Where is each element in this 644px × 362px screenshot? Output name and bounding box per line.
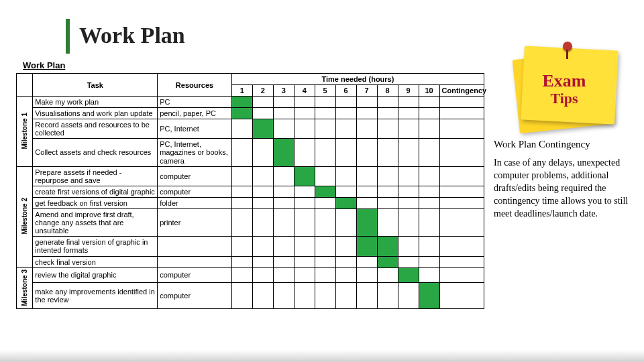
hour-cell	[231, 108, 252, 119]
hour-cell	[377, 267, 398, 283]
hour-cell	[252, 108, 273, 119]
milestone-label: Milestone 2	[17, 166, 33, 267]
table-row: create first versions of digital graphic…	[17, 186, 484, 197]
hour-cell	[252, 186, 273, 197]
resource-cell: printer	[158, 209, 232, 237]
hour-cell	[231, 97, 252, 108]
sidebar-heading: Work Plan Contingency	[494, 138, 635, 150]
hour-cell	[231, 283, 252, 309]
task-cell: check final version	[33, 256, 158, 267]
page-title: Work Plan	[79, 23, 185, 48]
task-cell: Record assets and resources to be collec…	[33, 119, 158, 139]
hour-cell	[398, 197, 419, 208]
hour-cell	[335, 97, 356, 108]
hour-cell	[252, 237, 273, 256]
hour-cell	[335, 209, 356, 237]
hour-cell	[273, 267, 294, 283]
contingency-cell	[439, 267, 484, 283]
hour-cell	[315, 283, 335, 309]
hour-cell	[398, 283, 419, 309]
task-cell: generate final version of graphic in int…	[33, 237, 158, 256]
header-hour-5: 5	[315, 85, 335, 97]
table-row: make any improvements identified in the …	[17, 283, 484, 309]
table-head: Task Resources Time needed (hours) 12345…	[17, 74, 484, 97]
hour-cell	[419, 197, 439, 208]
header-task: Task	[33, 74, 158, 97]
header-milestone	[17, 74, 33, 97]
hour-cell	[252, 283, 273, 309]
hour-cell	[419, 119, 439, 139]
hour-cell	[252, 119, 273, 139]
hour-cell	[335, 256, 356, 267]
task-cell: Prepare assets if needed - repurpose and…	[33, 166, 158, 186]
contingency-cell	[439, 283, 484, 309]
contingency-cell	[439, 166, 484, 186]
resource-cell: PC	[158, 97, 232, 108]
hour-cell	[252, 97, 273, 108]
hour-cell	[356, 256, 377, 267]
header-hour-9: 9	[398, 85, 419, 97]
hour-cell	[419, 283, 439, 309]
hour-cell	[273, 186, 294, 197]
hour-cell	[335, 139, 356, 166]
hour-cell	[294, 256, 315, 267]
hour-cell	[377, 166, 398, 186]
workplan-table: Task Resources Time needed (hours) 12345…	[16, 73, 484, 309]
hour-cell	[273, 166, 294, 186]
header-hour-10: 10	[419, 85, 439, 97]
hour-cell	[273, 237, 294, 256]
hour-cell	[335, 108, 356, 119]
table-row: Milestone 1Make my work planPC	[17, 97, 484, 108]
contingency-cell	[439, 197, 484, 208]
hour-cell	[356, 186, 377, 197]
header-hour-6: 6	[335, 85, 356, 97]
task-cell: Collect assets and check resources	[33, 139, 158, 166]
resource-cell: computer	[158, 186, 232, 197]
resource-cell: PC, Internet	[158, 119, 232, 139]
milestone-label: Milestone 1	[17, 97, 33, 167]
slide-bottom-shadow	[0, 350, 644, 362]
hour-cell	[398, 166, 419, 186]
resource-cell: computer	[158, 283, 232, 309]
table-row: generate final version of graphic in int…	[17, 237, 484, 256]
hour-cell	[315, 197, 335, 208]
task-cell: get feedback on first version	[33, 197, 158, 208]
exam-tips-sticky: Exam Tips	[511, 40, 618, 134]
hour-cell	[273, 283, 294, 309]
hour-cell	[335, 119, 356, 139]
contingency-cell	[439, 139, 484, 166]
contingency-cell	[439, 186, 484, 197]
hour-cell	[273, 209, 294, 237]
hour-cell	[356, 119, 377, 139]
hour-cell	[294, 139, 315, 166]
hour-cell	[335, 283, 356, 309]
hour-cell	[294, 267, 315, 283]
hour-cell	[231, 139, 252, 166]
table-caption: Work Plan	[23, 60, 484, 70]
hour-cell	[273, 119, 294, 139]
hour-cell	[231, 256, 252, 267]
task-cell: create first versions of digital graphic	[33, 186, 158, 197]
table-row: get feedback on first versionfolder	[17, 197, 484, 208]
contingency-cell	[439, 256, 484, 267]
header-hour-7: 7	[356, 85, 377, 97]
resource-cell: computer	[158, 267, 232, 283]
hour-cell	[419, 267, 439, 283]
pushpin-icon	[563, 42, 572, 51]
contingency-cell	[439, 108, 484, 119]
hour-cell	[356, 209, 377, 237]
hour-cell	[231, 186, 252, 197]
workplan-table-area: Work Plan Task Resources Time needed (ho…	[16, 60, 484, 309]
hour-cell	[398, 209, 419, 237]
resource-cell	[158, 256, 232, 267]
hour-cell	[231, 267, 252, 283]
hour-cell	[315, 186, 335, 197]
resource-cell: computer	[158, 166, 232, 186]
header-resources: Resources	[158, 74, 232, 97]
contingency-cell	[439, 209, 484, 237]
hour-cell	[377, 119, 398, 139]
contingency-cell	[439, 97, 484, 108]
contingency-cell	[439, 119, 484, 139]
hour-cell	[335, 166, 356, 186]
header-hour-4: 4	[294, 85, 315, 97]
